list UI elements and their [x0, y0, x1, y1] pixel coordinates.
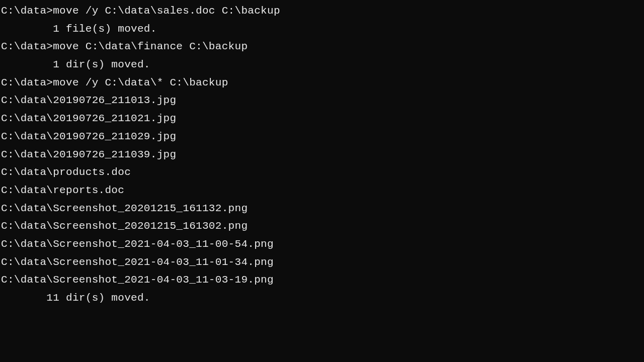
- terminal-line: C:\data\Screenshot_20201215_161302.png: [1, 217, 643, 235]
- terminal-line: C:\data\Screenshot_2021-04-03_11-03-19.p…: [1, 271, 643, 289]
- terminal-line: C:\data\20190726_211021.jpg: [1, 110, 643, 128]
- terminal-line: 1 dir(s) moved.: [1, 56, 643, 74]
- terminal-line: C:\data\20190726_211013.jpg: [1, 92, 643, 110]
- terminal-line: C:\data\Screenshot_20201215_161132.png: [1, 200, 643, 218]
- terminal-line: C:\data>move /y C:\data\sales.doc C:\bac…: [1, 2, 643, 20]
- terminal-line: C:\data\reports.doc: [1, 182, 643, 200]
- terminal-line: C:\data\Screenshot_2021-04-03_11-01-34.p…: [1, 253, 643, 272]
- terminal-line: 11 dir(s) moved.: [1, 289, 643, 307]
- terminal-line: 1 file(s) moved.: [1, 20, 643, 38]
- terminal-line: C:\data\Screenshot_2021-04-03_11-00-54.p…: [1, 235, 643, 253]
- terminal-line: C:\data>move C:\data\finance C:\backup: [1, 38, 643, 56]
- terminal-line: C:\data\20190726_211039.jpg: [1, 146, 643, 164]
- terminal-line: C:\data>move /y C:\data\* C:\backup: [1, 74, 643, 92]
- terminal-line: C:\data\20190726_211029.jpg: [1, 128, 643, 146]
- terminal-output[interactable]: C:\data>move /y C:\data\sales.doc C:\bac…: [1, 2, 643, 360]
- terminal-line: C:\data\products.doc: [1, 163, 643, 182]
